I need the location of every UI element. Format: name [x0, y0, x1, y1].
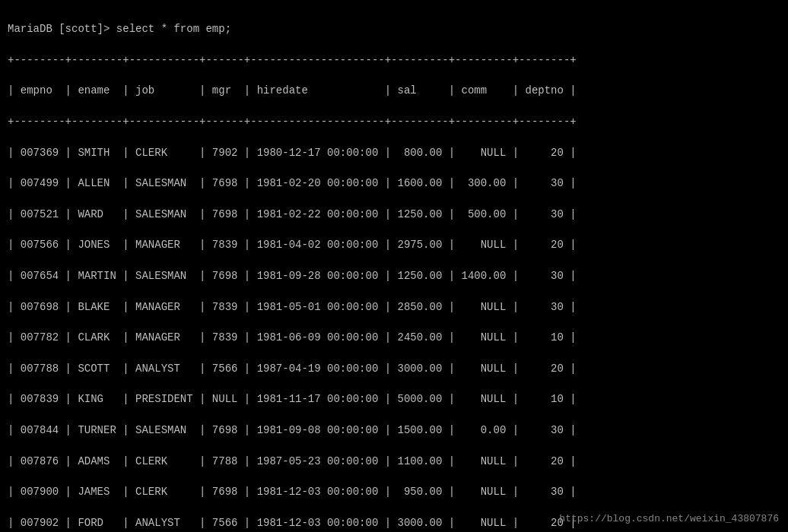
emp-row-2: | 007521 | WARD | SALESMAN | 7698 | 1981… [8, 208, 577, 220]
emp-row-0: | 007369 | SMITH | CLERK | 7902 | 1980-1… [8, 147, 577, 159]
prompt-1: MariaDB [scott]> select * from emp; [8, 23, 231, 35]
emp-row-7: | 007788 | SCOTT | ANALYST | 7566 | 1987… [8, 363, 577, 375]
emp-row-4: | 007654 | MARTIN | SALESMAN | 7698 | 19… [8, 270, 577, 282]
emp-row-3: | 007566 | JONES | MANAGER | 7839 | 1981… [8, 239, 577, 251]
emp-row-11: | 007900 | JAMES | CLERK | 7698 | 1981-1… [8, 486, 577, 498]
emp-row-5: | 007698 | BLAKE | MANAGER | 7839 | 1981… [8, 301, 577, 313]
terminal-output: MariaDB [scott]> select * from emp; +---… [8, 6, 780, 532]
emp-row-10: | 007876 | ADAMS | CLERK | 7788 | 1987-0… [8, 455, 577, 467]
emp-row-9: | 007844 | TURNER | SALESMAN | 7698 | 19… [8, 424, 577, 436]
emp-row-6: | 007782 | CLARK | MANAGER | 7839 | 1981… [8, 331, 577, 344]
emp-row-12: | 007902 | FORD | ANALYST | 7566 | 1981-… [8, 517, 577, 529]
emp-table-sep: +--------+--------+-----------+------+--… [8, 116, 577, 128]
emp-table-top: +--------+--------+-----------+------+--… [8, 54, 577, 66]
emp-row-8: | 007839 | KING | PRESIDENT | NULL | 198… [8, 393, 577, 405]
emp-table-header: | empno | ename | job | mgr | hiredate |… [8, 84, 577, 97]
emp-row-1: | 007499 | ALLEN | SALESMAN | 7698 | 198… [8, 177, 577, 189]
watermark-text: https://blog.csdn.net/weixin_43807876 [559, 513, 779, 524]
